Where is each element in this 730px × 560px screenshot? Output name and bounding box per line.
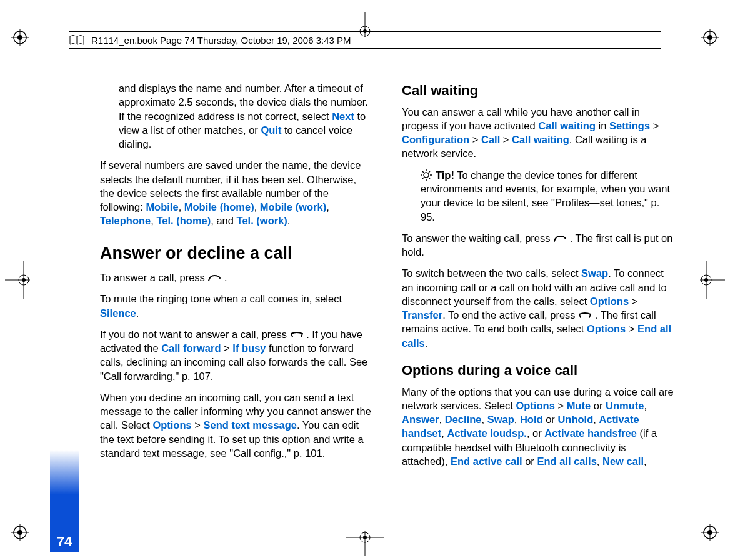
crop-mark-top-left (11, 29, 29, 46)
tip-block: Tip! To change the device tones for diff… (421, 168, 674, 224)
svg-point-32 (424, 172, 429, 178)
para-answer: To answer a call, press . (100, 271, 372, 284)
svg-line-38 (429, 178, 430, 179)
end-key-icon (578, 309, 592, 316)
para-silence: To mute the ringing tone when a call com… (100, 292, 372, 320)
svg-point-0 (14, 31, 26, 44)
para-default-number: If several numbers are saved under the n… (100, 158, 372, 228)
call-key-icon (553, 232, 567, 239)
svg-point-15 (708, 530, 712, 535)
call-key-icon (208, 271, 221, 279)
svg-point-31 (704, 278, 708, 282)
svg-line-37 (422, 171, 424, 172)
page-number: 74 (50, 531, 79, 552)
sidebar: Make calls 74 (50, 75, 82, 552)
link-silence: Silence (100, 308, 136, 319)
link-quit: Quit (261, 124, 281, 136)
sidebar-gradient (50, 450, 79, 531)
svg-point-12 (704, 526, 716, 539)
crop-mark-bottom-left (11, 524, 29, 541)
running-header-text: R1114_en.book Page 74 Thursday, October … (91, 35, 351, 46)
section-label: Make calls (48, 0, 67, 81)
page-body: and displays the name and number. After … (100, 81, 674, 479)
crop-cross-bottom (346, 531, 384, 556)
para-call-waiting: You can answer a call while you have ano… (402, 105, 674, 161)
link-if-busy: If busy (232, 342, 266, 354)
tip-label: Tip! (436, 169, 454, 181)
svg-point-22 (360, 532, 370, 542)
svg-point-23 (363, 536, 367, 539)
svg-point-7 (708, 35, 712, 40)
svg-point-30 (701, 275, 711, 285)
svg-point-27 (22, 278, 26, 282)
svg-point-8 (14, 526, 26, 539)
link-call-forward: Call forward (161, 342, 221, 354)
link-send-text-message: Send text message (204, 419, 297, 431)
crop-mark-bottom-right (701, 524, 719, 541)
heading-call-waiting: Call waiting (402, 81, 674, 100)
para-answer-waiting: To answer the waiting call, press . The … (402, 231, 674, 259)
link-options: Options (152, 419, 191, 431)
link-next: Next (332, 111, 354, 122)
svg-point-4 (704, 31, 716, 44)
tip-icon (421, 169, 432, 181)
svg-point-26 (19, 275, 29, 285)
svg-line-39 (429, 171, 430, 172)
end-key-icon (290, 328, 304, 336)
column-right: Call waiting You can answer a call while… (402, 81, 674, 479)
svg-point-3 (18, 35, 22, 40)
book-icon (69, 34, 85, 46)
para-decline: If you do not want to answer a call, pre… (100, 328, 372, 383)
column-left: and displays the name and number. After … (100, 81, 372, 479)
crop-cross-right (700, 261, 725, 299)
crop-mark-top-right (701, 29, 719, 46)
svg-point-11 (18, 530, 22, 535)
para-swap-transfer: To switch between the two calls, select … (402, 266, 674, 350)
svg-line-40 (422, 178, 424, 179)
heading-options-voice-call: Options during a voice call (402, 361, 674, 380)
para-voice-dial-continued: and displays the name and number. After … (119, 81, 372, 151)
running-header: R1114_en.book Page 74 Thursday, October … (69, 31, 661, 49)
heading-answer-decline: Answer or decline a call (100, 242, 372, 264)
crop-cross-left (5, 261, 30, 299)
para-voice-call-options: Many of the options that you can use dur… (402, 385, 674, 469)
para-send-text: When you decline an incoming call, you c… (100, 391, 372, 460)
